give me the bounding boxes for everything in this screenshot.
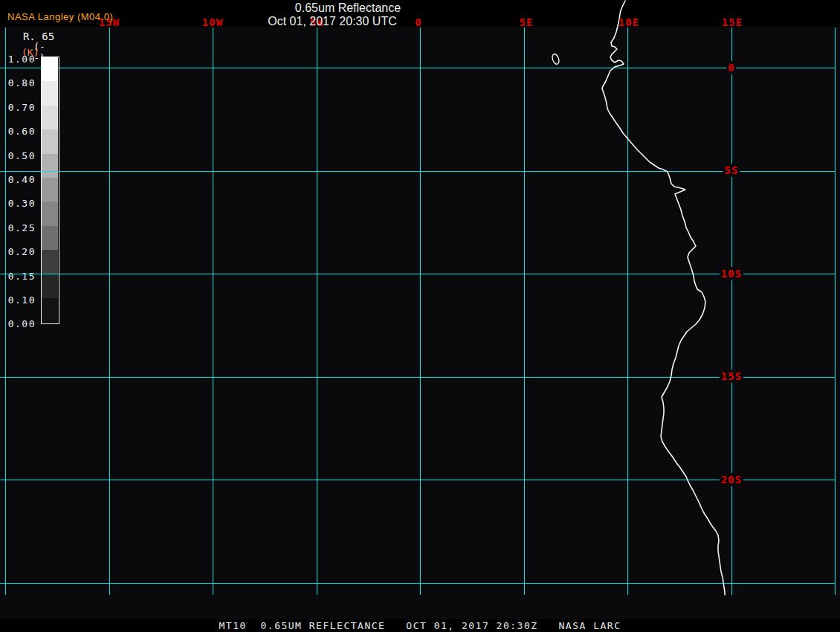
longitude-label: 10W (202, 16, 223, 28)
coastline-layer (0, 0, 840, 632)
credit-label: NASA Langley (M04.0) (7, 11, 113, 22)
latitude-label: 15S (720, 370, 743, 383)
longitude-label: 0 (415, 16, 421, 28)
latitude-label: 20S (720, 473, 743, 486)
island-outline (551, 54, 560, 65)
africa-coastline (602, 1, 725, 595)
longitude-label: 10E (618, 16, 639, 28)
latitude-label: 0 (726, 61, 736, 74)
longitude-label: 5E (520, 16, 534, 28)
latitude-label: 5S (723, 164, 740, 177)
longitude-label: 15E (722, 16, 743, 28)
viewer-window: NASA Langley (M04.0) 0.65um Reflectance … (0, 0, 840, 632)
status-bar: MT10 0.65UM REFLECTANCE OCT 01, 2017 20:… (0, 620, 840, 631)
page-title: 0.65um Reflectance (295, 1, 401, 15)
timestamp-label: Oct 01, 2017 20:30 UTC (268, 15, 396, 28)
latitude-label: 10S (720, 267, 743, 280)
